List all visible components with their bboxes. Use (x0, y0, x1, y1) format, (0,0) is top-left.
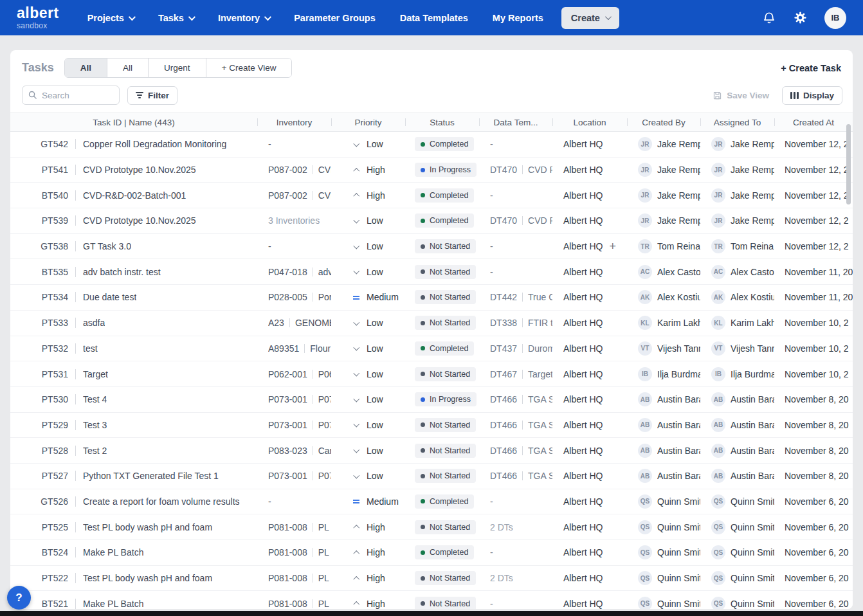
inventory-cell[interactable]: P083-023 Car (257, 438, 331, 463)
priority-cell[interactable]: High (331, 158, 405, 183)
inventory-cell[interactable]: P073-001 P07 (257, 413, 331, 438)
created-by-cell[interactable]: AK Alex Kostiu (627, 285, 700, 310)
create-view-button[interactable]: + Create View (206, 59, 292, 77)
created-by-cell[interactable]: AC Alex Castor (627, 259, 700, 284)
status-badge[interactable]: Not Started (415, 290, 476, 304)
priority-cell[interactable]: Medium (331, 285, 405, 310)
data-template-cell[interactable]: - (479, 540, 552, 565)
status-badge[interactable]: Completed (415, 494, 474, 509)
data-template-cell[interactable]: DT466 TGA Sp (479, 438, 552, 463)
data-template-cell[interactable]: DT470 CVD Re (479, 158, 552, 183)
display-button[interactable]: Display (782, 86, 842, 105)
assigned-to-cell[interactable]: JR Jake Remp (700, 158, 774, 183)
table-row[interactable]: PT529 Test 3 P073-001 P07 Low Not Starte… (10, 413, 853, 439)
assigned-to-cell[interactable]: VT Vijesh Tanr (700, 336, 774, 361)
inventory-cell[interactable]: P081-008 PL b (257, 540, 331, 565)
priority-cell[interactable]: Low (331, 336, 405, 361)
table-row[interactable]: GT538 GT Task 3.0 - Low Not Started - (10, 234, 853, 260)
status-badge[interactable]: Not Started (415, 239, 476, 253)
task-id-name-cell[interactable]: GT526 Create a report for foam volume re… (10, 489, 257, 514)
inventory-cell[interactable]: A23 GENOMER (257, 311, 331, 336)
priority-cell[interactable]: Low (331, 208, 405, 233)
location-cell[interactable]: Albert HQ + (552, 234, 627, 259)
status-cell[interactable]: In Progress (405, 387, 479, 412)
assigned-to-cell[interactable]: KL Karim Lakh (700, 311, 774, 336)
data-template-cell[interactable]: - (479, 183, 552, 208)
inventory-cell[interactable]: A89351 Flour l (257, 336, 331, 361)
status-cell[interactable]: Completed (405, 132, 479, 157)
column-header-created-by[interactable]: Created By (627, 118, 700, 127)
nav-item-projects[interactable]: Projects (87, 13, 134, 23)
data-template-cell[interactable]: DT467 Target (479, 361, 552, 386)
task-id-name-cell[interactable]: PT528 Test 2 (10, 438, 257, 463)
location-cell[interactable]: Albert HQ (552, 259, 627, 284)
location-cell[interactable]: Albert HQ (552, 387, 627, 412)
assigned-to-cell[interactable]: JR Jake Remp (700, 208, 774, 233)
status-badge[interactable]: In Progress (415, 392, 477, 406)
task-id-name-cell[interactable]: PT541 CVD Prototype 10.Nov.2025 (10, 158, 257, 183)
status-cell[interactable]: Not Started (405, 514, 479, 539)
status-cell[interactable]: Not Started (405, 438, 479, 463)
nav-item-inventory[interactable]: Inventory (218, 13, 269, 23)
inventory-cell[interactable]: 3 Inventories (257, 208, 331, 233)
status-cell[interactable]: Not Started (405, 285, 479, 310)
status-cell[interactable]: Not Started (405, 311, 479, 336)
task-id-name-cell[interactable]: PT533 asdfa (10, 311, 257, 336)
table-row[interactable]: PT522 Test PL body wash pH and foam P081… (10, 566, 853, 592)
created-by-cell[interactable]: TR Tom Reina (627, 234, 700, 259)
data-template-cell[interactable]: 2 DTs (479, 514, 552, 539)
tab-all-2[interactable]: All (107, 59, 149, 77)
priority-cell[interactable]: Low (331, 387, 405, 412)
inventory-cell[interactable]: P081-008 PL b (257, 514, 331, 539)
assigned-to-cell[interactable]: JR Jake Remp (700, 132, 774, 157)
notifications-button[interactable] (762, 11, 776, 25)
inventory-cell[interactable]: - (257, 489, 331, 514)
status-cell[interactable]: Completed (405, 540, 479, 565)
created-by-cell[interactable]: AB Austin Bara (627, 464, 700, 489)
user-avatar[interactable]: IB (824, 7, 846, 29)
status-cell[interactable]: Not Started (405, 413, 479, 438)
priority-cell[interactable]: Low (331, 413, 405, 438)
save-view-button[interactable]: Save View (709, 87, 773, 104)
assigned-to-cell[interactable]: QS Quinn Smit (700, 591, 774, 609)
albert-logo[interactable]: albert sandbox (17, 6, 59, 30)
assigned-to-cell[interactable]: AB Austin Bara (700, 387, 774, 412)
inventory-cell[interactable]: P028-005 Por (257, 285, 331, 310)
task-id-name-cell[interactable]: PT539 CVD Prototype 10.Nov.2025 (10, 208, 257, 233)
location-cell[interactable]: Albert HQ (552, 336, 627, 361)
vertical-scrollbar[interactable] (846, 124, 851, 204)
status-badge[interactable]: Completed (415, 188, 474, 203)
created-by-cell[interactable]: AB Austin Bara (627, 387, 700, 412)
location-cell[interactable]: Albert HQ (552, 540, 627, 565)
location-cell[interactable]: Albert HQ (552, 438, 627, 463)
created-by-cell[interactable]: QS Quinn Smit (627, 591, 700, 609)
status-badge[interactable]: In Progress (415, 163, 477, 177)
created-by-cell[interactable]: QS Quinn Smit (627, 540, 700, 565)
location-cell[interactable]: Albert HQ (552, 183, 627, 208)
status-cell[interactable]: Completed (405, 336, 479, 361)
assigned-to-cell[interactable]: JR Jake Remp (700, 183, 774, 208)
priority-cell[interactable]: Low (331, 234, 405, 259)
priority-cell[interactable]: Medium (331, 489, 405, 514)
location-cell[interactable]: Albert HQ (552, 514, 627, 539)
assigned-to-cell[interactable]: QS Quinn Smit (700, 514, 774, 539)
created-by-cell[interactable]: JR Jake Remp (627, 183, 700, 208)
nav-item-parameter-groups[interactable]: Parameter Groups (294, 13, 376, 23)
priority-cell[interactable]: Low (331, 464, 405, 489)
inventory-cell[interactable]: - (257, 234, 331, 259)
priority-cell[interactable]: Low (331, 132, 405, 157)
assigned-to-cell[interactable]: AC Alex Castor (700, 259, 774, 284)
task-id-name-cell[interactable]: PT522 Test PL body wash pH and foam (10, 566, 257, 591)
tab-all-1[interactable]: All (65, 59, 107, 77)
inventory-cell[interactable]: - (257, 132, 331, 157)
created-by-cell[interactable]: VT Vijesh Tann (627, 336, 700, 361)
table-row[interactable]: PT541 CVD Prototype 10.Nov.2025 P087-002… (10, 158, 853, 183)
table-row[interactable]: BT540 CVD-R&D-002-Batch-001 P087-002 CVD… (10, 183, 853, 208)
location-cell[interactable]: Albert HQ (552, 413, 627, 438)
status-cell[interactable]: In Progress (405, 158, 479, 183)
data-template-cell[interactable]: DT470 CVD Re (479, 208, 552, 233)
status-badge[interactable]: Not Started (415, 265, 476, 279)
data-template-cell[interactable]: DT338 FTIR te (479, 311, 552, 336)
status-cell[interactable]: Completed (405, 489, 479, 514)
column-header-location[interactable]: Location (552, 118, 627, 127)
